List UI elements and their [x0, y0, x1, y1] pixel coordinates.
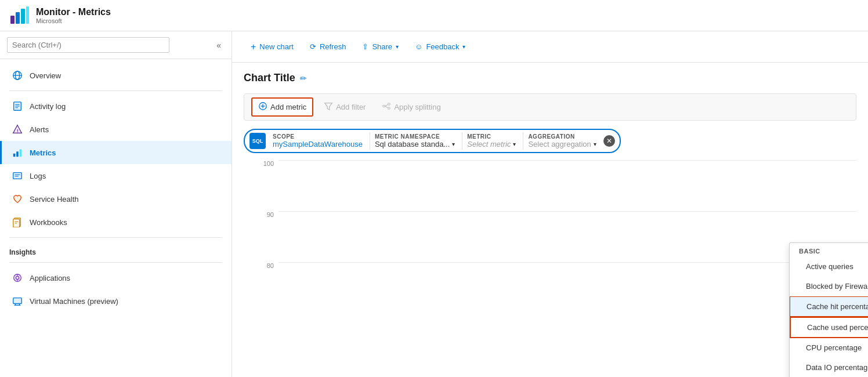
svg-point-37 — [388, 107, 390, 110]
main-layout: « Overview Activity log ! — [0, 31, 868, 377]
feedback-icon: ☺ — [415, 42, 422, 51]
logs-icon — [11, 169, 24, 182]
apply-splitting-button[interactable]: Apply splitting — [376, 99, 446, 115]
metric-chevron-icon: ▾ — [513, 141, 516, 147]
share-label: Share — [372, 42, 392, 51]
metric-action-bar: Add metric Add filter Apply splitting — [244, 93, 856, 121]
share-button[interactable]: ⇧ Share ▾ — [355, 39, 406, 55]
dropdown-item-cpu-percentage[interactable]: CPU percentage — [790, 338, 868, 358]
add-filter-label: Add filter — [336, 103, 366, 111]
sidebar-item-logs[interactable]: Logs — [0, 164, 232, 187]
sidebar-item-overview[interactable]: Overview — [0, 64, 232, 87]
scope-db-icon: SQL — [249, 133, 266, 149]
sidebar-label-workbooks: Workbooks — [30, 218, 67, 227]
sidebar-label-service-health: Service Health — [30, 195, 79, 204]
aggregation-section: AGGREGATION Select aggregation ▾ — [523, 132, 601, 150]
svg-text:!: ! — [17, 128, 19, 133]
sidebar-label-applications: Applications — [30, 274, 70, 282]
scope-label: SCOPE — [273, 133, 363, 140]
grid-line-100 — [279, 160, 856, 161]
add-metric-button[interactable]: Add metric — [251, 97, 313, 117]
metric-dropdown-overlay: BASIC Active queries Blocked by Firewall… — [789, 242, 868, 377]
sidebar-item-virtual-machines[interactable]: Virtual Machines (preview) — [0, 289, 232, 313]
edit-title-icon[interactable]: ✏ — [300, 74, 307, 83]
sidebar-item-service-health[interactable]: Service Health — [0, 187, 232, 211]
refresh-button[interactable]: ⟳ Refresh — [303, 39, 353, 55]
grid-line-90 — [279, 211, 856, 212]
health-icon — [11, 193, 24, 205]
vm-icon — [11, 295, 24, 307]
aggregation-placeholder: Select aggregation — [528, 140, 591, 148]
metric-selector-row: SQL SCOPE mySampleDataWarehouse METRIC N… — [244, 129, 621, 153]
svg-rect-3 — [26, 6, 29, 24]
metric-placeholder: Select metric — [467, 140, 511, 148]
metrics-icon — [11, 146, 24, 159]
sidebar-label-alerts: Alerts — [30, 125, 49, 134]
svg-line-38 — [385, 104, 388, 106]
split-icon — [382, 102, 391, 113]
add-metric-icon — [258, 102, 267, 113]
app-title: Monitor - Metrics — [36, 7, 111, 17]
svg-rect-15 — [20, 150, 22, 157]
workbooks-icon — [11, 216, 24, 229]
svg-rect-14 — [16, 151, 19, 157]
y-label-100: 100 — [263, 160, 274, 167]
dropdown-item-data-io-percentage[interactable]: Data IO percentage — [790, 358, 868, 377]
svg-rect-16 — [13, 173, 21, 179]
chart-container: Chart Title ✏ Add metric Add filter — [232, 63, 868, 377]
app-icon — [11, 271, 24, 284]
chart-title-row: Chart Title ✏ — [244, 72, 856, 84]
svg-point-35 — [383, 105, 385, 107]
sidebar-search-area: « — [0, 31, 232, 59]
add-filter-button[interactable]: Add filter — [318, 99, 371, 115]
y-axis: 100 90 80 — [244, 160, 279, 311]
sidebar-divider-2 — [9, 237, 222, 238]
new-chart-label: New chart — [259, 42, 294, 51]
namespace-chevron-icon: ▾ — [452, 141, 455, 147]
svg-rect-27 — [13, 298, 21, 304]
add-metric-label: Add metric — [270, 103, 306, 111]
dropdown-wrapper: BASIC Active queries Blocked by Firewall… — [790, 243, 868, 377]
feedback-button[interactable]: ☺ Feedback ▾ — [408, 39, 472, 55]
new-chart-button[interactable]: + New chart — [244, 38, 301, 56]
insights-section-label: Insights — [0, 241, 232, 259]
sidebar-item-applications[interactable]: Applications — [0, 266, 232, 289]
sidebar-nav: Overview Activity log ! Alerts — [0, 59, 232, 317]
content-area: + New chart ⟳ Refresh ⇧ Share ▾ ☺ Feedba… — [232, 31, 868, 377]
chart-grid: 100 90 80 — [244, 160, 856, 311]
remove-metric-button[interactable]: ✕ — [603, 135, 615, 147]
sidebar-label-overview: Overview — [30, 71, 61, 80]
dropdown-item-cache-used-percentage[interactable]: Cache used percentage — [790, 317, 868, 338]
sidebar-item-workbooks[interactable]: Workbooks — [0, 211, 232, 234]
y-label-90: 90 — [267, 211, 274, 218]
svg-rect-13 — [13, 154, 16, 157]
aggregation-label: AGGREGATION — [528, 133, 596, 140]
svg-point-36 — [388, 103, 390, 106]
aggregation-dropdown[interactable]: Select aggregation ▾ — [528, 140, 596, 148]
refresh-label: Refresh — [320, 42, 346, 51]
namespace-dropdown[interactable]: Sql database standa... ▾ — [375, 140, 455, 148]
metric-dropdown-trigger[interactable]: Select metric ▾ — [467, 140, 516, 148]
sidebar-label-activity-log: Activity log — [30, 102, 66, 111]
filter-icon — [324, 102, 333, 113]
collapse-button[interactable]: « — [213, 38, 225, 52]
sidebar-item-alerts[interactable]: ! Alerts — [0, 118, 232, 141]
share-chevron-icon: ▾ — [396, 44, 399, 50]
metric-label: METRIC — [467, 133, 516, 140]
app-logo — [9, 5, 30, 26]
search-input[interactable] — [7, 37, 169, 53]
dropdown-item-active-queries[interactable]: Active queries — [790, 257, 868, 277]
sidebar-item-activity-log[interactable]: Activity log — [0, 95, 232, 118]
scope-value[interactable]: mySampleDataWarehouse — [273, 140, 363, 148]
dropdown-item-blocked-by-firewall[interactable]: Blocked by Firewall — [790, 277, 868, 296]
toolbar: + New chart ⟳ Refresh ⇧ Share ▾ ☺ Feedba… — [232, 31, 868, 63]
app-subtitle: Microsoft — [36, 17, 111, 24]
svg-line-39 — [385, 106, 388, 108]
svg-rect-0 — [10, 16, 15, 24]
dropdown-item-cache-hit-percentage[interactable]: Cache hit percentage — [790, 296, 868, 317]
y-label-80: 80 — [267, 262, 274, 269]
app-title-block: Monitor - Metrics Microsoft — [36, 7, 111, 24]
apply-splitting-label: Apply splitting — [394, 103, 440, 111]
sidebar-item-metrics[interactable]: Metrics — [0, 141, 232, 164]
namespace-section: METRIC NAMESPACE Sql database standa... … — [370, 132, 462, 150]
